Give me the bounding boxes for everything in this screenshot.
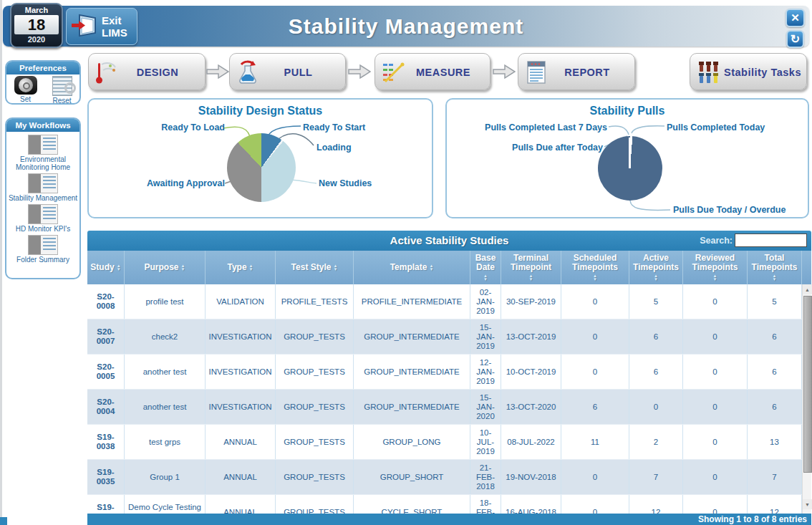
table-cell: 13-OCT-2020 — [501, 390, 561, 424]
column-header-study[interactable]: Study▲▼ — [87, 251, 125, 284]
table-cell: 0 — [683, 495, 748, 514]
pull-label: PULL — [251, 54, 345, 91]
table-cell: 02-JAN-2019 — [470, 284, 501, 319]
table-row[interactable]: S20-0004another testINVESTIGATIONGROUP_T… — [87, 390, 811, 425]
calendar-year: 2020 — [11, 34, 62, 45]
column-header-type[interactable]: Type▲▼ — [206, 251, 276, 284]
table-cell: 6 — [629, 355, 683, 389]
table-cell: 0 — [683, 425, 748, 459]
stability-tasks-button[interactable]: Stability Tasks — [690, 53, 807, 90]
pie-label-pulls-due-after-today: Pulls Due after Today — [487, 143, 603, 153]
table-cell: CYCLE_SHORT — [354, 495, 470, 514]
column-label: Reviewed Timepoints — [685, 254, 745, 272]
table-cell: GROUP_TESTS — [276, 425, 354, 459]
measure-step-button[interactable]: MEASURE — [374, 53, 490, 90]
sort-icon[interactable]: ▲▼ — [181, 264, 185, 271]
table-cell: 08-JUL-2022 — [501, 425, 561, 459]
column-header-terminal-timepoint[interactable]: Terminal Timepoint▲▼ — [501, 251, 561, 284]
table-cell: GROUP_TESTS — [276, 390, 354, 424]
scroll-up-icon[interactable]: ▲ — [803, 284, 812, 294]
close-button[interactable]: ✕ — [786, 9, 805, 27]
table-cell: 0 — [683, 460, 748, 494]
table-cell: ANNUAL — [206, 495, 276, 514]
sort-icon[interactable]: ▲▼ — [429, 264, 433, 271]
design-status-pie-chart[interactable] — [227, 133, 296, 202]
table-cell: 13 — [748, 425, 802, 459]
workflow-label: Environmental Monitoring Home — [7, 155, 79, 171]
table-header-row: Study▲▼Purpose▲▼Type▲▼Test Style▲▼Templa… — [87, 251, 811, 284]
table-cell: GROUP_INTERMEDIATE — [354, 390, 470, 424]
preferences-set-button[interactable]: Set — [14, 76, 37, 103]
search-input[interactable] — [735, 233, 807, 247]
table-scrollbar[interactable]: ▲ ▼ — [802, 284, 811, 514]
design-step-button[interactable]: DESIGN — [88, 53, 206, 90]
table-cell: 0 — [629, 390, 683, 424]
table-cell: PROFILE_TESTS — [276, 284, 354, 319]
table-cell: GROUP_LONG — [354, 425, 470, 459]
table-row[interactable]: S19-0038test grpsANNUALGROUP_TESTSGROUP_… — [87, 425, 811, 460]
column-label: Active Timepoints — [631, 254, 681, 272]
table-cell: 0 — [683, 390, 748, 424]
measure-label: MEASURE — [397, 54, 490, 91]
table-cell: 15-JAN-2020 — [470, 390, 501, 424]
table-row[interactable]: S19-0028Demo Cycle Testing shortANNUALGR… — [87, 495, 811, 514]
column-header-scheduled-timepoints[interactable]: Scheduled Timepoints▲▼ — [561, 251, 629, 284]
table-cell: 0 — [561, 284, 629, 319]
table-row[interactable]: S20-0008profile testVALIDATIONPROFILE_TE… — [87, 284, 811, 319]
pull-step-button[interactable]: PULL — [229, 53, 346, 90]
table-cell: profile test — [125, 284, 206, 319]
calendar-widget[interactable]: March 18 2020 — [10, 3, 63, 48]
pie-label-pulls-completed-today: Pulls Completed Today — [667, 122, 765, 133]
exit-door-icon — [71, 13, 98, 40]
exit-lims-button[interactable]: Exit LIMS — [66, 8, 137, 45]
preferences-reset-button[interactable]: Reset — [52, 76, 72, 105]
column-header-total-timepoints[interactable]: Total Timepoints▲▼ — [748, 251, 802, 284]
column-label: Study — [90, 263, 114, 272]
sort-icon[interactable]: ▲▼ — [117, 264, 121, 271]
column-header-reviewed-timepoints[interactable]: Reviewed Timepoints▲▼ — [683, 251, 748, 284]
table-cell: INVESTIGATION — [206, 319, 276, 354]
sort-icon[interactable]: ▲▼ — [713, 274, 717, 281]
column-header-active-timepoints[interactable]: Active Timepoints▲▼ — [629, 251, 683, 284]
sort-icon[interactable]: ▲▼ — [529, 274, 533, 281]
sort-icon[interactable]: ▲▼ — [249, 264, 253, 271]
table-cell: 13-OCT-2019 — [501, 319, 561, 354]
table-cell: GROUP_INTERMEDIATE — [354, 319, 470, 354]
column-label: Scheduled Timepoints — [563, 254, 627, 272]
table-row[interactable]: S20-0005another testINVESTIGATIONGROUP_T… — [87, 355, 811, 390]
table-cell: 5 — [629, 284, 683, 319]
flow-arrow-icon — [206, 64, 229, 80]
exit-lims-label: Exit LIMS — [102, 14, 127, 39]
workflow-thumbnail-icon — [28, 204, 58, 224]
column-header-purpose[interactable]: Purpose▲▼ — [125, 251, 206, 284]
sort-icon[interactable]: ▲▼ — [333, 264, 337, 271]
workflow-thumbnail-icon — [28, 135, 58, 155]
sidebar-item-stability-management[interactable]: Stability Management — [9, 173, 77, 202]
table-cell: GROUP_TESTS — [276, 495, 354, 514]
sort-icon[interactable]: ▲▼ — [654, 274, 658, 281]
table-cell: 7 — [629, 460, 683, 494]
scrollbar-thumb[interactable] — [803, 296, 812, 473]
scroll-down-icon[interactable]: ▼ — [803, 499, 812, 509]
table-row[interactable]: S20-0007check2INVESTIGATIONGROUP_TESTSGR… — [87, 319, 811, 355]
table-cell: ANNUAL — [206, 460, 276, 494]
sort-icon[interactable]: ▲▼ — [773, 274, 777, 281]
column-header-base-date[interactable]: Base Date▲▼ — [470, 251, 501, 284]
table-cell: 11 — [561, 425, 629, 459]
active-stability-studies-table: Active Stability Studies Search: Study▲▼… — [87, 231, 811, 525]
sidebar-item-folder-summary[interactable]: Folder Summary — [16, 235, 69, 264]
refresh-button[interactable]: ↻ — [786, 30, 804, 48]
column-header-test-style[interactable]: Test Style▲▼ — [276, 251, 354, 284]
pie-label-loading: Loading — [316, 143, 352, 153]
stability-design-status-panel: Stability Design Status Ready To Load Re… — [87, 98, 433, 218]
report-step-button[interactable]: REPORT — [518, 53, 635, 90]
sort-icon[interactable]: ▲▼ — [593, 274, 597, 281]
window-left-edge — [0, 0, 2, 525]
table-cell: GROUP_TESTS — [276, 355, 354, 389]
column-header-template[interactable]: Template▲▼ — [354, 251, 470, 284]
sidebar-item-hd-monitor-kpis[interactable]: HD Monitor KPI's — [16, 204, 70, 233]
table-row[interactable]: S19-0035Group 1ANNUALGROUP_TESTSGROUP_SH… — [87, 460, 811, 495]
sidebar-item-environmental-monitoring-home[interactable]: Environmental Monitoring Home — [7, 135, 79, 171]
table-cell: check2 — [125, 319, 206, 354]
sort-icon[interactable]: ▲▼ — [483, 274, 488, 281]
